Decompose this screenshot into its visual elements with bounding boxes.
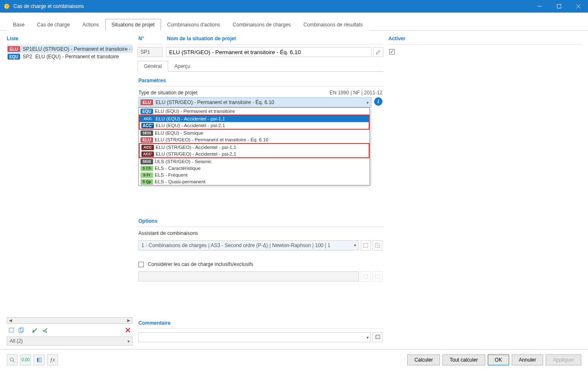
commentaire-button[interactable] bbox=[372, 332, 382, 342]
units-tool-icon[interactable]: 0,00 bbox=[20, 354, 31, 365]
delete-button[interactable] bbox=[123, 326, 133, 335]
exclusif-edit-button bbox=[372, 271, 382, 281]
type-label: Type de situation de projet bbox=[138, 90, 198, 96]
list-item[interactable]: EQU SP2 ELU (EQU) - Permanent et transit… bbox=[7, 53, 133, 60]
type-dropdown[interactable]: ELU ELU (STR/GEO) - Permanent et transit… bbox=[138, 97, 372, 107]
subtabs: Général Aperçu bbox=[138, 60, 383, 72]
dropdown-item[interactable]: ELUELU (STR/GEO) - Permanent et transito… bbox=[139, 136, 369, 143]
main-tabs: Base Cas de charge Actions Situations de… bbox=[0, 13, 588, 31]
formula-tool-icon[interactable]: ƒx bbox=[47, 354, 58, 365]
tab-cas-de-charge[interactable]: Cas de charge bbox=[31, 19, 76, 31]
minimize-button[interactable] bbox=[530, 0, 549, 13]
svg-line-19 bbox=[13, 361, 15, 362]
no-field: SP1 bbox=[138, 47, 163, 57]
dropdown-item[interactable]: S ChELS - Caractéristique bbox=[139, 165, 369, 172]
list-item-sp: SP2 bbox=[23, 54, 35, 60]
activer-title: Activer bbox=[388, 34, 581, 44]
dropdown-item[interactable]: ACCELU (STR/GEO) - Accidentel - psi-1,1 bbox=[140, 144, 369, 151]
svg-rect-5 bbox=[9, 328, 13, 332]
view-tool-icon[interactable] bbox=[34, 354, 44, 365]
tab-situations-de-projet[interactable]: Situations de projet bbox=[105, 19, 161, 31]
footer: 0,00 ƒx Calculer Tout calculer OK Annule… bbox=[0, 349, 588, 370]
liste-title: Liste bbox=[7, 34, 133, 44]
check-green-button[interactable] bbox=[30, 326, 39, 335]
options-title: Options bbox=[138, 216, 383, 227]
dropdown-item[interactable]: SEISELU (EQU) - Sismique bbox=[139, 130, 369, 136]
svg-rect-2 bbox=[557, 5, 561, 8]
new-item-button[interactable] bbox=[7, 326, 16, 335]
svg-rect-12 bbox=[364, 243, 368, 248]
list-item[interactable]: ELU SP1 ELU (STR/GEO) - Permanent et tra… bbox=[7, 45, 133, 53]
tab-actions[interactable]: Actions bbox=[76, 19, 105, 31]
standard-text: EN 1990 | NF | 2011-12 bbox=[330, 90, 382, 96]
app-icon bbox=[3, 3, 10, 10]
edit-name-button[interactable] bbox=[373, 47, 383, 57]
scroll-left-icon[interactable]: ◄ bbox=[7, 318, 14, 323]
search-tool-icon[interactable] bbox=[7, 354, 18, 365]
svg-rect-15 bbox=[375, 274, 380, 279]
dropdown-item[interactable]: ACC'ELU (EQU) - Accidentel - psi-2,1 bbox=[140, 122, 369, 129]
annuler-button[interactable]: Annuler bbox=[512, 354, 543, 365]
dropdown-item[interactable]: S QpELS - Quasi-permanent bbox=[139, 178, 369, 185]
commentaire-select[interactable]: ▾ bbox=[138, 332, 371, 342]
subtab-general[interactable]: Général bbox=[138, 61, 168, 72]
list-horizontal-scrollbar[interactable]: ◄ ► bbox=[7, 317, 133, 324]
dropdown-item[interactable]: ACC'ELU (STR/GEO) - Accidentel - psi-2,1 bbox=[140, 151, 369, 157]
tab-base[interactable]: Base bbox=[7, 19, 31, 31]
dropdown-item[interactable]: EQUELU (EQU) - Permanent et transitoire bbox=[139, 108, 369, 115]
assistant-value: 1 - Combinaisons de charges | AS3 - Seco… bbox=[141, 242, 330, 248]
subtab-apercu[interactable]: Aperçu bbox=[168, 61, 197, 72]
svg-rect-8 bbox=[32, 331, 34, 333]
badge-elu: ELU bbox=[8, 46, 20, 52]
tab-combinaisons-actions[interactable]: Combinaisons d'actions bbox=[161, 19, 226, 31]
svg-rect-14 bbox=[364, 274, 368, 279]
svg-rect-21 bbox=[39, 358, 41, 362]
commentaire-title: Commentaire bbox=[138, 318, 383, 329]
tout-calculer-button[interactable]: Tout calculer bbox=[442, 354, 485, 365]
tab-combinaisons-charges[interactable]: Combinaisons de charges bbox=[226, 19, 297, 31]
consider-checkbox-row[interactable]: Considérer les cas de charge inclusifs/e… bbox=[138, 261, 382, 267]
svg-rect-9 bbox=[45, 331, 47, 333]
badge-equ: EQU bbox=[8, 54, 20, 60]
list-item-text: ELU (EQU) - Permanent et transitoire bbox=[35, 54, 119, 60]
ok-button[interactable]: OK bbox=[488, 354, 509, 365]
maximize-button[interactable] bbox=[549, 0, 569, 13]
scroll-right-icon[interactable]: ► bbox=[125, 318, 132, 323]
dropdown-item[interactable]: ACCELU (EQU) - Accidentel - psi-1,1 bbox=[140, 115, 369, 122]
list-item-text: ELU (STR/GEO) - Permanent et transitoire… bbox=[32, 46, 133, 52]
window-title: Cas de charge et combinaisons bbox=[13, 3, 530, 9]
consider-checkbox[interactable] bbox=[138, 262, 144, 267]
name-label: Nom de la situation de projet bbox=[166, 34, 383, 44]
chevron-down-icon: ▾ bbox=[367, 100, 369, 105]
tab-combinaisons-resultats[interactable]: Combinaisons de résultats bbox=[297, 19, 369, 31]
check-blue-button[interactable] bbox=[40, 326, 49, 335]
svg-rect-20 bbox=[37, 358, 39, 362]
appliquer-button: Appliquer bbox=[546, 354, 581, 365]
dropdown-item[interactable]: SEISULS (STR/GEO) - Seismic bbox=[139, 158, 369, 165]
activer-checkbox[interactable] bbox=[389, 49, 395, 55]
name-input[interactable] bbox=[166, 47, 372, 57]
filter-text: All (2) bbox=[10, 338, 23, 344]
exclusif-select bbox=[138, 271, 359, 281]
dropdown-selected-text: ELU (STR/GEO) - Permanent et transitoire… bbox=[156, 99, 274, 105]
dropdown-item[interactable]: S FrELS - Fréquent bbox=[139, 172, 369, 178]
situation-list[interactable]: ELU SP1 ELU (STR/GEO) - Permanent et tra… bbox=[7, 45, 133, 317]
parametres-title: Paramètres bbox=[138, 75, 383, 86]
svg-point-18 bbox=[10, 358, 13, 361]
info-icon[interactable]: i bbox=[374, 97, 382, 106]
consider-label: Considérer les cas de charge inclusifs/e… bbox=[148, 261, 253, 267]
no-label: N° bbox=[138, 34, 163, 44]
chevron-down-icon: ▾ bbox=[354, 243, 356, 248]
assistant-new-button[interactable] bbox=[361, 240, 371, 250]
assistant-select[interactable]: 1 - Combinaisons de charges | AS3 - Seco… bbox=[138, 240, 359, 250]
type-dropdown-list[interactable]: EQUELU (EQU) - Permanent et transitoire … bbox=[138, 107, 370, 185]
pencil-icon bbox=[375, 49, 381, 55]
assistant-label: Assistant de combinaisons bbox=[138, 230, 382, 236]
calculer-button[interactable]: Calculer bbox=[407, 354, 440, 365]
filter-select[interactable]: All (2) ▾ bbox=[7, 336, 133, 346]
close-button[interactable] bbox=[569, 0, 588, 13]
copy-item-button[interactable] bbox=[17, 326, 26, 335]
chevron-down-icon: ▾ bbox=[127, 339, 130, 344]
titlebar: Cas de charge et combinaisons bbox=[0, 0, 588, 13]
assistant-edit-button[interactable] bbox=[372, 240, 382, 250]
